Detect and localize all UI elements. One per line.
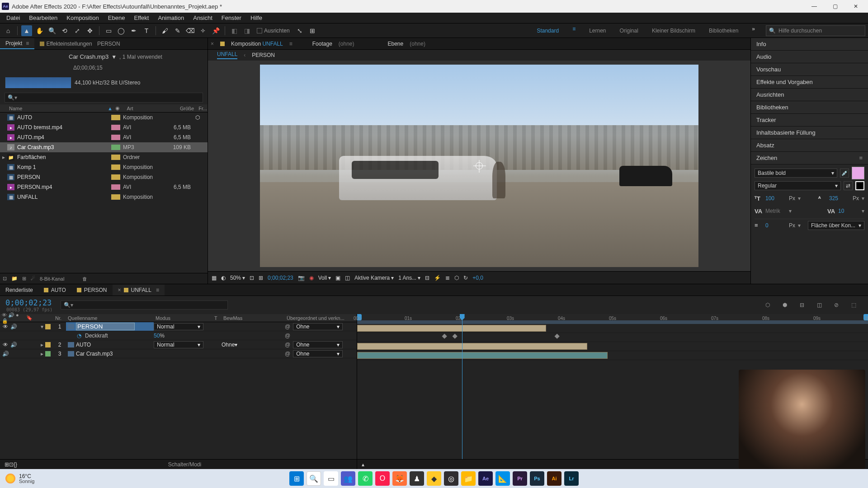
stopwatch-icon[interactable]: ◔ [77, 333, 81, 339]
motion-blur-icon[interactable]: ⊘ [832, 300, 841, 310]
panel-audio[interactable]: Audio [751, 51, 868, 63]
clone-tool-icon[interactable]: ✎ [172, 25, 183, 36]
tab-person[interactable]: PERSON [71, 285, 113, 296]
close-button[interactable]: ✕ [845, 0, 866, 13]
menu-datei[interactable]: Datei [2, 13, 24, 23]
trash-icon[interactable]: 🗑 [82, 276, 87, 282]
zoom-dropdown[interactable]: 50% ▾ [230, 275, 245, 281]
transparency-icon[interactable]: ◫ [345, 275, 350, 281]
tab-unfall[interactable]: ×UNFALL≡ [113, 285, 165, 296]
toggle-brackets-icon[interactable]: {} [14, 461, 17, 468]
text-color-swatch[interactable] [852, 167, 864, 179]
keyframe-icon[interactable] [452, 334, 457, 339]
premiere-icon[interactable]: Pr [513, 471, 527, 486]
toggle-alpha-icon[interactable]: ▦ [212, 275, 217, 281]
visibility-icon[interactable]: 👁 [2, 324, 9, 330]
panel-libraries[interactable]: Bibliotheken [751, 101, 868, 114]
audio-icon[interactable]: 🔊 [10, 324, 17, 330]
menu-effekt[interactable]: Effekt [129, 13, 153, 23]
close-icon[interactable]: × [211, 41, 214, 47]
graph-editor-icon[interactable]: ⬚ [849, 300, 858, 310]
hand-tool-icon[interactable]: ✋ [34, 25, 45, 36]
stroke-color-swatch[interactable] [855, 181, 864, 190]
home-icon[interactable]: ⌂ [3, 25, 14, 36]
expand-icon[interactable]: ▸ [41, 351, 43, 357]
timeline-search[interactable]: 🔍▾ [61, 300, 228, 310]
camera-dropdown[interactable]: Aktive Kamera ▾ [354, 275, 394, 281]
opera-icon[interactable]: O [375, 471, 390, 486]
illustrator-icon[interactable]: Ai [547, 471, 561, 486]
tracking-value[interactable]: 10 [838, 208, 859, 214]
clip-bar[interactable] [357, 343, 587, 350]
task-view-icon[interactable]: ▭ [324, 471, 338, 486]
composition-viewport[interactable] [208, 61, 750, 271]
maximize-button[interactable]: ▢ [825, 0, 845, 13]
workspace-standard[interactable]: Standard [537, 26, 559, 36]
composition-canvas[interactable] [260, 65, 698, 267]
clip-bar[interactable] [357, 325, 546, 332]
weather-widget[interactable]: 16°C Sonnig [5, 474, 34, 484]
frame-blend-icon[interactable]: ◫ [815, 300, 824, 310]
leading-value[interactable]: 325 [829, 195, 850, 202]
pickwhip-icon[interactable]: @ [285, 333, 290, 339]
photoshop-icon[interactable]: Ps [530, 471, 544, 486]
playhead[interactable] [462, 314, 462, 469]
pickwhip-icon[interactable]: @ [285, 351, 290, 357]
app-icon-3[interactable]: 📐 [495, 471, 510, 486]
workspace-menu-icon[interactable]: ≡ [572, 26, 576, 36]
font-size-value[interactable]: 100 [765, 195, 786, 202]
toggle-switches-icon[interactable]: ⊞ [5, 461, 9, 468]
snap-checkbox[interactable]: Ausrichten [257, 28, 290, 34]
rect-tool-icon[interactable]: ▭ [103, 25, 114, 36]
timeline-icon[interactable]: ≣ [445, 275, 450, 281]
expand-icon[interactable]: ▸ [41, 342, 43, 348]
project-tab[interactable]: Projekt≡ [0, 38, 34, 49]
tab-renderliste[interactable]: Renderliste [0, 285, 38, 296]
visibility-icon[interactable]: 👁 [2, 342, 9, 348]
pen-tool-icon[interactable]: ✒ [128, 25, 139, 36]
breadcrumb-person[interactable]: PERSON [252, 52, 275, 58]
app-icon-2[interactable]: ◆ [427, 471, 441, 486]
views-dropdown[interactable]: 1 Ans... ▾ [398, 275, 420, 281]
panel-tracker[interactable]: Tracker [751, 114, 868, 127]
panel-effects[interactable]: Effekte und Vorgaben [751, 76, 868, 89]
after-effects-icon[interactable]: Ae [478, 471, 493, 486]
timeline-track[interactable] [357, 324, 868, 333]
project-item[interactable]: ▸ PERSON.mp4 AVI 6,5 MB [0, 182, 208, 192]
whatsapp-icon[interactable]: ✆ [358, 471, 373, 486]
selection-tool-icon[interactable]: ▲ [21, 25, 32, 36]
font-family-dropdown[interactable]: Bastile bold▾ [755, 169, 837, 178]
baseline-value[interactable]: 0 [765, 222, 786, 229]
audio-icon[interactable]: 🔊 [2, 351, 9, 357]
res-full-icon[interactable]: ⊡ [250, 275, 254, 281]
current-time[interactable]: 0;00;02;23 [268, 275, 293, 281]
panel-align[interactable]: Ausrichten [751, 89, 868, 101]
label-column-icon[interactable]: ◉ [115, 105, 127, 111]
snapshot-icon[interactable]: 📷 [298, 275, 305, 281]
grid-icon[interactable]: ⊞ [259, 275, 263, 281]
track-matte-dropdown[interactable]: Ohne▾ [222, 342, 237, 348]
panel-vorschau[interactable]: Vorschau [751, 63, 868, 76]
anchor-point-icon[interactable] [476, 162, 483, 169]
current-timecode[interactable]: 0;00;02;23 [5, 298, 52, 307]
fast-preview-icon[interactable]: ⚡ [434, 275, 441, 281]
brush-tool-icon[interactable]: 🖌 [160, 25, 170, 36]
shy-icon[interactable]: ⊟ [797, 300, 807, 310]
parent-dropdown[interactable]: Ohne▾ [293, 323, 343, 330]
parent-dropdown[interactable]: Ohne▾ [293, 350, 343, 357]
project-item[interactable]: ▸ AUTO.mp4 AVI 6,5 MB [0, 132, 208, 142]
minimize-button[interactable]: — [804, 0, 825, 13]
switcher-modes-button[interactable]: Schalter/Modi [168, 461, 201, 468]
parent-dropdown[interactable]: Ohne▾ [293, 341, 343, 348]
pin-tool-icon[interactable]: 📌 [210, 25, 221, 36]
start-button[interactable]: ⊞ [289, 471, 304, 486]
menu-komposition[interactable]: Komposition [62, 13, 104, 23]
project-item[interactable]: ▸ 📁 Farbflächen Ordner [0, 152, 208, 162]
menu-ebene[interactable]: Ebene [104, 13, 130, 23]
zoom-out-icon[interactable]: ▴ [362, 461, 364, 468]
eyedropper-icon[interactable]: 💉 [840, 169, 849, 178]
toggle-modes-icon[interactable]: ⊡ [9, 461, 14, 468]
project-item[interactable]: ▦ UNFALL Komposition [0, 192, 208, 202]
layer-name-input[interactable] [76, 323, 135, 330]
taskbar-search-icon[interactable]: 🔍 [307, 471, 321, 486]
